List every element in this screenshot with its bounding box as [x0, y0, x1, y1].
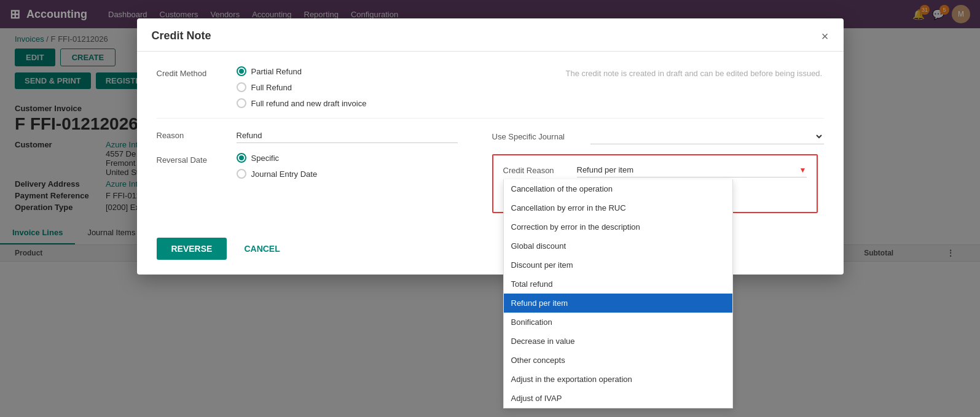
specific-journal-row: Use Specific Journal — [492, 128, 824, 144]
credit-method-row: Credit Method Partial Refund Full Refund — [157, 66, 824, 108]
specific-journal-label: Use Specific Journal — [492, 132, 590, 141]
radio-dot-journal — [237, 169, 246, 179]
dropdown-item-discount-per-item[interactable]: Discount per item — [504, 255, 732, 275]
dropdown-item-global-discount[interactable]: Global discount — [504, 236, 732, 255]
radio-full-refund-draft[interactable]: Full refund and new draft invoice — [237, 98, 367, 108]
right-form: Use Specific Journal Credit Reason Refun… — [492, 128, 824, 213]
radio-journal-label: Journal Entry Date — [251, 170, 318, 179]
modal-close-button[interactable]: × — [821, 30, 829, 42]
radio-specific-label: Specific — [251, 154, 280, 163]
cancel-button[interactable]: CANCEL — [234, 238, 289, 260]
credit-reason-row: Credit Reason Refund per item ▼ Cancella… — [503, 163, 807, 177]
radio-dot-full — [237, 82, 246, 92]
credit-method-hint: The credit note is created in draft and … — [566, 66, 824, 78]
reversal-options: Specific Journal Entry Date — [237, 153, 318, 179]
dropdown-item-adjust-export[interactable]: Adjust in the exportation operation — [504, 370, 732, 389]
reverse-button[interactable]: REVERSE — [157, 238, 227, 260]
reason-row: Reason — [157, 128, 492, 143]
credit-reason-select-wrapper: Refund per item ▼ Cancellation of the op… — [577, 163, 807, 177]
dropdown-item-bonification[interactable]: Bonification — [504, 313, 732, 332]
radio-full-label: Full Refund — [251, 83, 292, 92]
dropdown-item-cancellation-op[interactable]: Cancellation of the operation — [504, 179, 732, 198]
dropdown-item-decrease-value[interactable]: Decrease in value — [504, 332, 732, 351]
credit-reason-arrow-icon[interactable]: ▼ — [799, 166, 807, 174]
radio-dot-specific — [237, 153, 246, 163]
credit-reason-label: Credit Reason — [503, 166, 577, 175]
radio-draft-label: Full refund and new draft invoice — [251, 99, 367, 108]
credit-reason-dropdown[interactable]: Cancellation of the operation Cancellati… — [503, 179, 733, 408]
radio-partial-label: Partial Refund — [251, 67, 302, 76]
dropdown-item-other-concepts[interactable]: Other concepts — [504, 351, 732, 370]
left-form: Reason Reversal Date Specific — [157, 128, 492, 213]
reversal-date-row: Reversal Date Specific Journal Entry Dat… — [157, 153, 492, 179]
specific-journal-select[interactable] — [590, 128, 824, 144]
dropdown-item-cancellation-ruc[interactable]: Cancellation by error in the RUC — [504, 198, 732, 217]
credit-method-label: Credit Method — [157, 66, 237, 78]
dropdown-item-correction-desc[interactable]: Correction by error in the description — [504, 217, 732, 236]
reason-input[interactable] — [237, 128, 458, 143]
radio-partial-refund[interactable]: Partial Refund — [237, 66, 367, 76]
radio-journal-entry-date[interactable]: Journal Entry Date — [237, 169, 318, 179]
main-form-area: Reason Reversal Date Specific — [157, 128, 824, 213]
credit-method-options: Partial Refund Full Refund Full refund a… — [237, 66, 367, 108]
credit-reason-section: Credit Reason Refund per item ▼ Cancella… — [492, 154, 818, 213]
radio-specific[interactable]: Specific — [237, 153, 318, 163]
modal-body: Credit Method Partial Refund Full Refund — [137, 52, 844, 228]
dropdown-item-total-refund[interactable]: Total refund — [504, 275, 732, 294]
dropdown-item-adjust-ivap[interactable]: Adjust of IVAP — [504, 389, 732, 408]
reversal-date-label: Reversal Date — [157, 153, 237, 165]
modal-overlay: Credit Note × Credit Method Partial Refu… — [0, 0, 980, 417]
credit-reason-value[interactable]: Refund per item — [577, 163, 799, 177]
dropdown-item-refund-per-item[interactable]: Refund per item — [504, 294, 732, 313]
reason-label: Reason — [157, 128, 237, 140]
radio-full-refund[interactable]: Full Refund — [237, 82, 367, 92]
credit-note-modal: Credit Note × Credit Method Partial Refu… — [137, 18, 844, 275]
modal-title: Credit Note — [152, 29, 211, 42]
modal-header: Credit Note × — [137, 18, 844, 52]
radio-dot-partial — [237, 66, 246, 76]
modal-actions: REVERSE CANCEL — [137, 228, 844, 275]
radio-dot-draft — [237, 98, 246, 108]
